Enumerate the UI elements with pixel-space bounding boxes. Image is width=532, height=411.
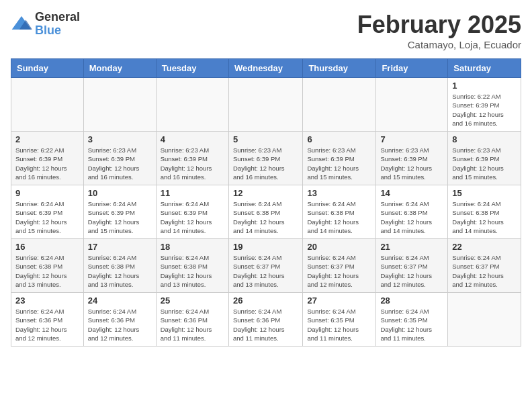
calendar-cell: 4Sunrise: 6:23 AMSunset: 6:39 PMDaylight…	[156, 132, 228, 185]
calendar-cell: 20Sunrise: 6:24 AMSunset: 6:37 PMDayligh…	[303, 239, 376, 293]
day-info: Sunrise: 6:24 AMSunset: 6:38 PMDaylight:…	[15, 253, 79, 289]
day-info: Sunrise: 6:23 AMSunset: 6:39 PMDaylight:…	[88, 146, 152, 181]
day-number: 16	[15, 242, 79, 252]
calendar-week-row: 16Sunrise: 6:24 AMSunset: 6:38 PMDayligh…	[11, 239, 521, 293]
calendar-header-row: SundayMondayTuesdayWednesdayThursdayFrid…	[11, 59, 521, 78]
day-info: Sunrise: 6:23 AMSunset: 6:39 PMDaylight:…	[380, 146, 443, 181]
day-info: Sunrise: 6:23 AMSunset: 6:39 PMDaylight:…	[161, 146, 224, 181]
logo-icon	[11, 13, 32, 35]
weekday-header-tuesday: Tuesday	[156, 59, 228, 78]
calendar-cell: 27Sunrise: 6:24 AMSunset: 6:35 PMDayligh…	[303, 293, 376, 347]
weekday-header-wednesday: Wednesday	[228, 59, 302, 78]
logo: General Blue	[11, 11, 80, 38]
day-number: 17	[88, 242, 152, 252]
day-info: Sunrise: 6:24 AMSunset: 6:38 PMDaylight:…	[233, 199, 298, 235]
day-number: 20	[307, 242, 371, 252]
day-number: 6	[307, 134, 371, 144]
day-number: 3	[88, 134, 152, 144]
day-number: 19	[233, 242, 298, 252]
calendar-cell	[83, 78, 156, 132]
day-info: Sunrise: 6:24 AMSunset: 6:37 PMDaylight:…	[380, 253, 443, 289]
day-number: 25	[161, 295, 224, 306]
calendar-cell: 3Sunrise: 6:23 AMSunset: 6:39 PMDaylight…	[83, 132, 156, 185]
day-info: Sunrise: 6:24 AMSunset: 6:38 PMDaylight:…	[452, 199, 517, 235]
day-info: Sunrise: 6:23 AMSunset: 6:39 PMDaylight:…	[452, 146, 517, 181]
day-number: 12	[233, 188, 298, 198]
day-info: Sunrise: 6:24 AMSunset: 6:38 PMDaylight:…	[307, 199, 371, 235]
calendar-cell: 25Sunrise: 6:24 AMSunset: 6:36 PMDayligh…	[156, 293, 228, 347]
calendar-cell: 9Sunrise: 6:24 AMSunset: 6:39 PMDaylight…	[11, 185, 84, 239]
day-info: Sunrise: 6:24 AMSunset: 6:38 PMDaylight:…	[161, 253, 224, 289]
logo-blue-text: Blue	[35, 24, 80, 38]
calendar-cell: 7Sunrise: 6:23 AMSunset: 6:39 PMDaylight…	[376, 132, 448, 185]
calendar-cell: 6Sunrise: 6:23 AMSunset: 6:39 PMDaylight…	[303, 132, 376, 185]
calendar-cell: 17Sunrise: 6:24 AMSunset: 6:38 PMDayligh…	[83, 239, 156, 293]
day-number: 1	[452, 81, 517, 91]
weekday-header-thursday: Thursday	[303, 59, 376, 78]
calendar-week-row: 23Sunrise: 6:24 AMSunset: 6:36 PMDayligh…	[11, 293, 521, 347]
calendar-cell: 21Sunrise: 6:24 AMSunset: 6:37 PMDayligh…	[376, 239, 448, 293]
calendar-week-row: 2Sunrise: 6:22 AMSunset: 6:39 PMDaylight…	[11, 132, 521, 185]
day-info: Sunrise: 6:24 AMSunset: 6:37 PMDaylight:…	[307, 253, 371, 289]
day-info: Sunrise: 6:24 AMSunset: 6:35 PMDaylight:…	[380, 307, 443, 342]
day-info: Sunrise: 6:24 AMSunset: 6:39 PMDaylight:…	[88, 199, 152, 235]
day-number: 22	[452, 242, 517, 252]
month-title: February 2025	[357, 11, 521, 39]
day-number: 11	[161, 188, 224, 198]
calendar-cell: 28Sunrise: 6:24 AMSunset: 6:35 PMDayligh…	[376, 293, 448, 347]
calendar-cell	[303, 78, 376, 132]
day-number: 13	[307, 188, 371, 198]
logo-general-text: General	[35, 11, 80, 24]
day-number: 10	[88, 188, 152, 198]
calendar-cell	[156, 78, 228, 132]
calendar-week-row: 1Sunrise: 6:22 AMSunset: 6:39 PMDaylight…	[11, 78, 521, 132]
calendar-cell: 26Sunrise: 6:24 AMSunset: 6:36 PMDayligh…	[228, 293, 302, 347]
calendar-cell: 12Sunrise: 6:24 AMSunset: 6:38 PMDayligh…	[228, 185, 302, 239]
calendar-cell: 8Sunrise: 6:23 AMSunset: 6:39 PMDaylight…	[448, 132, 521, 185]
calendar-cell: 1Sunrise: 6:22 AMSunset: 6:39 PMDaylight…	[448, 78, 521, 132]
calendar-cell: 22Sunrise: 6:24 AMSunset: 6:37 PMDayligh…	[448, 239, 521, 293]
day-number: 4	[161, 134, 224, 144]
day-number: 8	[452, 134, 517, 144]
calendar-cell: 15Sunrise: 6:24 AMSunset: 6:38 PMDayligh…	[448, 185, 521, 239]
calendar-cell: 10Sunrise: 6:24 AMSunset: 6:39 PMDayligh…	[83, 185, 156, 239]
day-info: Sunrise: 6:22 AMSunset: 6:39 PMDaylight:…	[452, 92, 517, 128]
calendar-cell	[11, 78, 84, 132]
day-info: Sunrise: 6:24 AMSunset: 6:37 PMDaylight:…	[233, 253, 298, 289]
calendar-cell: 11Sunrise: 6:24 AMSunset: 6:39 PMDayligh…	[156, 185, 228, 239]
weekday-header-monday: Monday	[83, 59, 156, 78]
day-info: Sunrise: 6:24 AMSunset: 6:35 PMDaylight:…	[307, 307, 371, 342]
day-info: Sunrise: 6:24 AMSunset: 6:36 PMDaylight:…	[161, 307, 224, 342]
day-info: Sunrise: 6:24 AMSunset: 6:38 PMDaylight:…	[88, 253, 152, 289]
day-info: Sunrise: 6:24 AMSunset: 6:38 PMDaylight:…	[380, 199, 443, 235]
day-number: 28	[380, 295, 443, 306]
calendar-table: SundayMondayTuesdayWednesdayThursdayFrid…	[11, 58, 521, 347]
calendar-cell: 24Sunrise: 6:24 AMSunset: 6:36 PMDayligh…	[83, 293, 156, 347]
calendar-cell: 5Sunrise: 6:23 AMSunset: 6:39 PMDaylight…	[228, 132, 302, 185]
day-info: Sunrise: 6:24 AMSunset: 6:36 PMDaylight:…	[15, 307, 79, 342]
calendar-cell	[228, 78, 302, 132]
day-info: Sunrise: 6:24 AMSunset: 6:37 PMDaylight:…	[452, 253, 517, 289]
weekday-header-saturday: Saturday	[448, 59, 521, 78]
day-number: 27	[307, 295, 371, 306]
day-number: 24	[88, 295, 152, 306]
weekday-header-friday: Friday	[376, 59, 448, 78]
calendar-cell: 2Sunrise: 6:22 AMSunset: 6:39 PMDaylight…	[11, 132, 84, 185]
day-number: 18	[161, 242, 224, 252]
day-info: Sunrise: 6:24 AMSunset: 6:36 PMDaylight:…	[88, 307, 152, 342]
calendar-week-row: 9Sunrise: 6:24 AMSunset: 6:39 PMDaylight…	[11, 185, 521, 239]
day-info: Sunrise: 6:24 AMSunset: 6:39 PMDaylight:…	[161, 199, 224, 235]
calendar-cell: 13Sunrise: 6:24 AMSunset: 6:38 PMDayligh…	[303, 185, 376, 239]
location-subtitle: Catamayo, Loja, Ecuador	[357, 39, 521, 50]
day-number: 9	[15, 188, 79, 198]
title-block: February 2025 Catamayo, Loja, Ecuador	[357, 11, 521, 50]
day-number: 14	[380, 188, 443, 198]
day-number: 2	[15, 134, 79, 144]
calendar-cell	[448, 293, 521, 347]
day-info: Sunrise: 6:23 AMSunset: 6:39 PMDaylight:…	[307, 146, 371, 181]
calendar-cell: 14Sunrise: 6:24 AMSunset: 6:38 PMDayligh…	[376, 185, 448, 239]
day-info: Sunrise: 6:22 AMSunset: 6:39 PMDaylight:…	[15, 146, 79, 181]
calendar-cell: 16Sunrise: 6:24 AMSunset: 6:38 PMDayligh…	[11, 239, 84, 293]
day-number: 7	[380, 134, 443, 144]
calendar-cell: 19Sunrise: 6:24 AMSunset: 6:37 PMDayligh…	[228, 239, 302, 293]
